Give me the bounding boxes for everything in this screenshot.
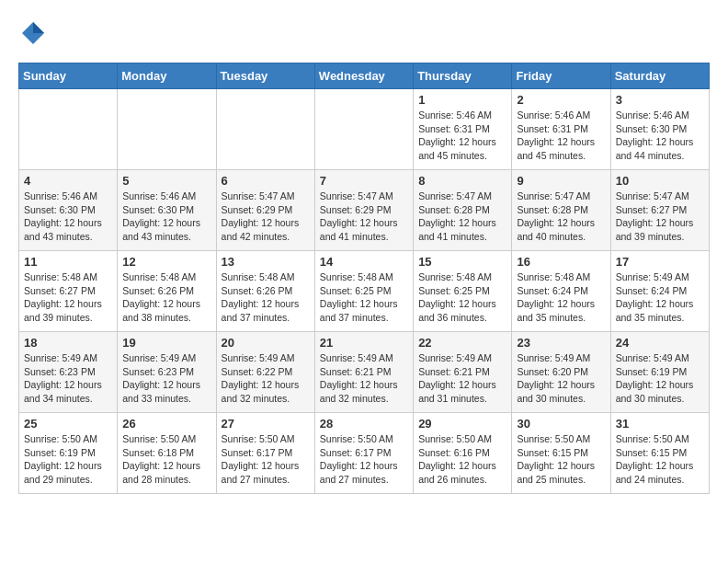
calendar-cell: 16Sunrise: 5:48 AM Sunset: 6:24 PM Dayli… xyxy=(512,251,610,332)
day-info: Sunrise: 5:46 AM Sunset: 6:30 PM Dayligh… xyxy=(24,190,112,244)
day-info: Sunrise: 5:48 AM Sunset: 6:26 PM Dayligh… xyxy=(122,270,210,325)
calendar-cell: 30Sunrise: 5:50 AM Sunset: 6:15 PM Dayli… xyxy=(512,413,610,494)
day-info: Sunrise: 5:49 AM Sunset: 6:19 PM Dayligh… xyxy=(616,351,704,406)
day-info: Sunrise: 5:47 AM Sunset: 6:28 PM Dayligh… xyxy=(517,190,605,244)
day-number: 18 xyxy=(24,336,112,350)
day-number: 28 xyxy=(320,417,408,431)
day-info: Sunrise: 5:49 AM Sunset: 6:20 PM Dayligh… xyxy=(517,351,605,406)
calendar-week-row: 25Sunrise: 5:50 AM Sunset: 6:19 PM Dayli… xyxy=(19,413,710,494)
day-number: 31 xyxy=(616,417,704,431)
calendar-cell: 19Sunrise: 5:49 AM Sunset: 6:23 PM Dayli… xyxy=(118,332,216,413)
calendar-cell: 29Sunrise: 5:50 AM Sunset: 6:16 PM Dayli… xyxy=(414,413,512,494)
calendar-cell: 7Sunrise: 5:47 AM Sunset: 6:29 PM Daylig… xyxy=(314,170,413,251)
day-info: Sunrise: 5:46 AM Sunset: 6:31 PM Dayligh… xyxy=(517,109,605,163)
calendar-cell: 31Sunrise: 5:50 AM Sunset: 6:15 PM Dayli… xyxy=(610,413,709,494)
day-info: Sunrise: 5:48 AM Sunset: 6:25 PM Dayligh… xyxy=(418,270,506,325)
day-info: Sunrise: 5:46 AM Sunset: 6:30 PM Dayligh… xyxy=(616,109,704,163)
day-number: 8 xyxy=(418,174,506,188)
day-info: Sunrise: 5:46 AM Sunset: 6:30 PM Dayligh… xyxy=(122,190,210,244)
calendar-cell: 25Sunrise: 5:50 AM Sunset: 6:19 PM Dayli… xyxy=(19,413,118,494)
day-number: 5 xyxy=(122,174,210,188)
day-number: 17 xyxy=(616,255,704,269)
day-info: Sunrise: 5:50 AM Sunset: 6:15 PM Dayligh… xyxy=(517,432,605,487)
day-number: 7 xyxy=(320,174,408,188)
day-info: Sunrise: 5:48 AM Sunset: 6:25 PM Dayligh… xyxy=(320,270,408,325)
day-number: 15 xyxy=(418,255,506,269)
day-number: 14 xyxy=(320,255,408,269)
calendar-cell xyxy=(118,89,216,170)
calendar-cell xyxy=(19,89,118,170)
day-number: 25 xyxy=(24,417,112,431)
day-number: 2 xyxy=(517,93,605,107)
day-number: 23 xyxy=(517,336,605,350)
day-number: 1 xyxy=(418,93,506,107)
weekday-header: Wednesday xyxy=(314,63,413,89)
day-number: 22 xyxy=(418,336,506,350)
day-number: 26 xyxy=(122,417,210,431)
day-info: Sunrise: 5:50 AM Sunset: 6:18 PM Dayligh… xyxy=(122,432,210,487)
day-info: Sunrise: 5:48 AM Sunset: 6:26 PM Dayligh… xyxy=(222,270,310,325)
day-number: 11 xyxy=(24,255,112,269)
calendar-cell: 10Sunrise: 5:47 AM Sunset: 6:27 PM Dayli… xyxy=(610,170,709,251)
calendar-cell: 15Sunrise: 5:48 AM Sunset: 6:25 PM Dayli… xyxy=(414,251,512,332)
calendar-cell: 1Sunrise: 5:46 AM Sunset: 6:31 PM Daylig… xyxy=(414,89,512,170)
day-info: Sunrise: 5:49 AM Sunset: 6:23 PM Dayligh… xyxy=(24,351,112,406)
calendar-cell: 9Sunrise: 5:47 AM Sunset: 6:28 PM Daylig… xyxy=(512,170,610,251)
calendar-cell: 6Sunrise: 5:47 AM Sunset: 6:29 PM Daylig… xyxy=(216,170,314,251)
day-number: 12 xyxy=(122,255,210,269)
day-info: Sunrise: 5:50 AM Sunset: 6:19 PM Dayligh… xyxy=(24,432,112,487)
calendar-cell: 17Sunrise: 5:49 AM Sunset: 6:24 PM Dayli… xyxy=(610,251,709,332)
calendar-cell: 12Sunrise: 5:48 AM Sunset: 6:26 PM Dayli… xyxy=(118,251,216,332)
calendar-cell: 11Sunrise: 5:48 AM Sunset: 6:27 PM Dayli… xyxy=(19,251,118,332)
weekday-header-row: SundayMondayTuesdayWednesdayThursdayFrid… xyxy=(19,63,710,89)
day-number: 24 xyxy=(616,336,704,350)
day-info: Sunrise: 5:47 AM Sunset: 6:29 PM Dayligh… xyxy=(222,190,310,244)
calendar-cell: 20Sunrise: 5:49 AM Sunset: 6:22 PM Dayli… xyxy=(216,332,314,413)
calendar-week-row: 18Sunrise: 5:49 AM Sunset: 6:23 PM Dayli… xyxy=(19,332,710,413)
calendar-cell: 26Sunrise: 5:50 AM Sunset: 6:18 PM Dayli… xyxy=(118,413,216,494)
calendar-week-row: 11Sunrise: 5:48 AM Sunset: 6:27 PM Dayli… xyxy=(19,251,710,332)
day-number: 19 xyxy=(122,336,210,350)
day-info: Sunrise: 5:47 AM Sunset: 6:27 PM Dayligh… xyxy=(616,190,704,244)
day-number: 20 xyxy=(222,336,310,350)
calendar-cell: 8Sunrise: 5:47 AM Sunset: 6:28 PM Daylig… xyxy=(414,170,512,251)
day-info: Sunrise: 5:48 AM Sunset: 6:24 PM Dayligh… xyxy=(517,270,605,325)
calendar-cell xyxy=(314,89,413,170)
day-info: Sunrise: 5:50 AM Sunset: 6:17 PM Dayligh… xyxy=(222,432,310,487)
day-number: 6 xyxy=(222,174,310,188)
day-info: Sunrise: 5:48 AM Sunset: 6:27 PM Dayligh… xyxy=(24,270,112,325)
day-info: Sunrise: 5:49 AM Sunset: 6:22 PM Dayligh… xyxy=(222,351,310,406)
day-number: 21 xyxy=(320,336,408,350)
weekday-header: Sunday xyxy=(19,63,118,89)
logo-icon xyxy=(18,18,48,48)
calendar-cell: 2Sunrise: 5:46 AM Sunset: 6:31 PM Daylig… xyxy=(512,89,610,170)
calendar-cell: 18Sunrise: 5:49 AM Sunset: 6:23 PM Dayli… xyxy=(19,332,118,413)
svg-marker-1 xyxy=(33,22,44,33)
calendar-cell: 5Sunrise: 5:46 AM Sunset: 6:30 PM Daylig… xyxy=(118,170,216,251)
calendar-cell xyxy=(216,89,314,170)
day-number: 27 xyxy=(222,417,310,431)
day-info: Sunrise: 5:47 AM Sunset: 6:28 PM Dayligh… xyxy=(418,190,506,244)
day-number: 29 xyxy=(418,417,506,431)
calendar-cell: 13Sunrise: 5:48 AM Sunset: 6:26 PM Dayli… xyxy=(216,251,314,332)
calendar-cell: 22Sunrise: 5:49 AM Sunset: 6:21 PM Dayli… xyxy=(414,332,512,413)
day-info: Sunrise: 5:49 AM Sunset: 6:21 PM Dayligh… xyxy=(320,351,408,406)
day-info: Sunrise: 5:49 AM Sunset: 6:21 PM Dayligh… xyxy=(418,351,506,406)
page-header xyxy=(18,18,710,48)
calendar-week-row: 4Sunrise: 5:46 AM Sunset: 6:30 PM Daylig… xyxy=(19,170,710,251)
calendar-cell: 21Sunrise: 5:49 AM Sunset: 6:21 PM Dayli… xyxy=(314,332,413,413)
calendar-cell: 27Sunrise: 5:50 AM Sunset: 6:17 PM Dayli… xyxy=(216,413,314,494)
weekday-header: Thursday xyxy=(414,63,512,89)
day-info: Sunrise: 5:50 AM Sunset: 6:16 PM Dayligh… xyxy=(418,432,506,487)
day-number: 30 xyxy=(517,417,605,431)
day-number: 10 xyxy=(616,174,704,188)
calendar-cell: 3Sunrise: 5:46 AM Sunset: 6:30 PM Daylig… xyxy=(610,89,709,170)
calendar-cell: 23Sunrise: 5:49 AM Sunset: 6:20 PM Dayli… xyxy=(512,332,610,413)
weekday-header: Friday xyxy=(512,63,610,89)
day-info: Sunrise: 5:47 AM Sunset: 6:29 PM Dayligh… xyxy=(320,190,408,244)
day-number: 13 xyxy=(222,255,310,269)
logo xyxy=(18,18,51,48)
day-info: Sunrise: 5:50 AM Sunset: 6:15 PM Dayligh… xyxy=(616,432,704,487)
day-number: 9 xyxy=(517,174,605,188)
day-info: Sunrise: 5:50 AM Sunset: 6:17 PM Dayligh… xyxy=(320,432,408,487)
